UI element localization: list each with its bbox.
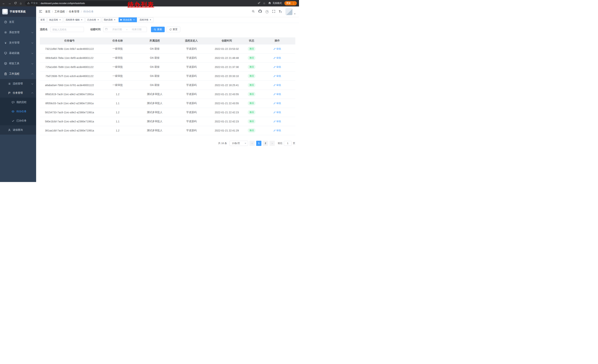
reset-button[interactable]: 重置: [166, 27, 180, 32]
help-icon[interactable]: ?: [266, 10, 269, 13]
chat-icon: [11, 101, 15, 104]
cell-process: OA 请假: [136, 44, 173, 53]
status-badge: 激活: [248, 56, 256, 60]
task-table-body: 73211d9d-7b9b-11ec-b5b7-acde48001122 一级审…: [40, 44, 295, 135]
refresh-icon[interactable]: [14, 2, 17, 5]
font-size-icon[interactable]: TT: [279, 10, 282, 13]
approve-link[interactable]: 审批: [274, 56, 281, 60]
chevron-down-icon: [32, 31, 33, 33]
tab-start-process[interactable]: 发起流程: [47, 17, 63, 22]
start-date-placeholder: 开始日期: [109, 28, 125, 31]
update-button[interactable]: 更新 ⋮: [284, 1, 297, 5]
process-name-input[interactable]: [50, 27, 84, 32]
cell-process: OA 请假: [136, 53, 173, 62]
approve-link[interactable]: 审批: [274, 83, 281, 87]
close-icon[interactable]: [113, 18, 116, 21]
col-create-time: 创建时间: [209, 37, 244, 44]
sidebar-item-system[interactable]: 系统管理: [0, 27, 36, 38]
list-icon: [8, 82, 11, 85]
approve-label: 审批: [276, 129, 281, 132]
cell-actions: 审批: [259, 44, 295, 53]
chevron-down-icon: [32, 62, 33, 64]
cell-task-name: 一级审批: [99, 44, 136, 53]
tab-my-processes[interactable]: 我的流程: [102, 17, 118, 22]
sidebar-item-process-mgmt[interactable]: 流程管理: [0, 79, 36, 88]
bookmark-star-icon[interactable]: ☆: [263, 2, 266, 5]
sidebar-collapse-icon[interactable]: [39, 10, 42, 14]
close-icon[interactable]: [80, 18, 83, 21]
cell-starter: 芋道源码: [173, 53, 209, 62]
home-icon[interactable]: ⌂: [20, 2, 22, 5]
status-badge: 激活: [248, 74, 256, 78]
cell-starter: 芋道源码: [173, 72, 209, 81]
approve-link[interactable]: 审批: [274, 93, 281, 96]
tab-form-editor[interactable]: 流程表单-编辑: [64, 17, 85, 22]
cell-process: 测试多审批人: [136, 99, 173, 108]
sidebar-item-leave-query[interactable]: 请假查询: [0, 125, 36, 135]
menu-label: 请假查询: [13, 128, 23, 132]
address-bar[interactable]: 不安全 dashboard.yudao.iocoder.cn/bpm/task/…: [25, 1, 130, 6]
key-icon[interactable]: [258, 1, 260, 5]
user-avatar[interactable]: [285, 8, 292, 15]
breadcrumb-separator: [81, 10, 82, 13]
sidebar-menu: 首页 系统管理 ¥ 支付管理 基础设施 研发工具: [0, 17, 36, 135]
github-icon[interactable]: [258, 10, 262, 14]
cell-status: 激活: [244, 72, 259, 81]
sidebar-item-todo-tasks[interactable]: 待办任务: [0, 107, 36, 116]
breadcrumb-workflow[interactable]: 工作流程: [54, 10, 65, 13]
approve-link[interactable]: 审批: [274, 102, 281, 105]
back-icon[interactable]: ←: [2, 2, 5, 5]
total-count: 共 16 条: [218, 142, 227, 145]
cell-starter: 芋道源码: [173, 90, 209, 99]
forward-icon[interactable]: →: [8, 2, 11, 5]
cell-task-id: 8f0d1619-7ac8-11ec-a9e2-a2380e71991a: [40, 90, 99, 99]
tags-view: 首页 发起流程 流程表单-编辑 已办任务 我的流程 待办任务 流程详情: [36, 17, 299, 23]
pencil-icon: [274, 129, 276, 132]
tab-label: 流程详情: [140, 18, 148, 22]
sidebar-item-devtools[interactable]: 研发工具: [0, 58, 36, 69]
breadcrumb-separator: [52, 10, 53, 13]
tab-process-detail[interactable]: 流程详情: [138, 17, 153, 22]
search-icon[interactable]: [252, 10, 255, 14]
sidebar-item-payment[interactable]: ¥ 支付管理: [0, 38, 36, 48]
close-icon[interactable]: [133, 18, 135, 21]
page-button-2[interactable]: 2: [263, 141, 268, 146]
breadcrumb-task-mgmt[interactable]: 任务管理: [69, 10, 79, 13]
approve-link[interactable]: 审批: [274, 120, 281, 123]
approve-label: 审批: [276, 120, 281, 123]
pencil-icon: [274, 48, 276, 50]
cell-status: 激活: [244, 62, 259, 72]
approve-link[interactable]: 审批: [274, 129, 281, 132]
date-range-picker[interactable]: 开始日期 - 结束日期: [103, 27, 147, 32]
tab-done-tasks[interactable]: 已办任务: [86, 17, 101, 22]
status-badge: 激活: [248, 83, 256, 87]
approve-link[interactable]: 审批: [274, 65, 281, 69]
sidebar-item-home[interactable]: 首页: [0, 17, 36, 27]
approve-link[interactable]: 审批: [274, 74, 281, 78]
sidebar-item-infrastructure[interactable]: 基础设施: [0, 48, 36, 58]
tab-home[interactable]: 首页: [39, 17, 47, 22]
tab-todo-tasks[interactable]: 待办任务: [119, 17, 137, 22]
sidebar-item-task-mgmt[interactable]: 任务管理: [0, 88, 36, 97]
approve-link[interactable]: 审批: [274, 47, 281, 50]
sidebar-item-done-tasks[interactable]: 已办任务: [0, 116, 36, 125]
approve-link[interactable]: 审批: [274, 111, 281, 114]
sidebar-item-my-processes[interactable]: 我的流程: [0, 97, 36, 107]
goto-suffix: 页: [293, 142, 295, 145]
close-icon[interactable]: [97, 18, 100, 21]
tab-label: 已办任务: [87, 18, 96, 22]
page-button-1[interactable]: 1: [256, 141, 261, 146]
search-button[interactable]: 搜索: [151, 27, 165, 32]
sidebar-item-workflow[interactable]: 工作流程: [0, 69, 36, 79]
col-process: 所属流程: [136, 37, 173, 44]
close-icon[interactable]: [59, 18, 61, 21]
person-icon: [8, 128, 11, 132]
fullscreen-icon[interactable]: [272, 10, 275, 14]
prev-page-button[interactable]: [249, 141, 255, 146]
next-page-button[interactable]: [270, 141, 275, 146]
page-size-select[interactable]: 10条/页: [230, 141, 248, 146]
goto-page-input[interactable]: [284, 141, 291, 146]
browser-menu-icon[interactable]: ⋮: [292, 2, 295, 5]
breadcrumb-home[interactable]: 首页: [45, 10, 50, 13]
close-icon[interactable]: [149, 18, 152, 21]
